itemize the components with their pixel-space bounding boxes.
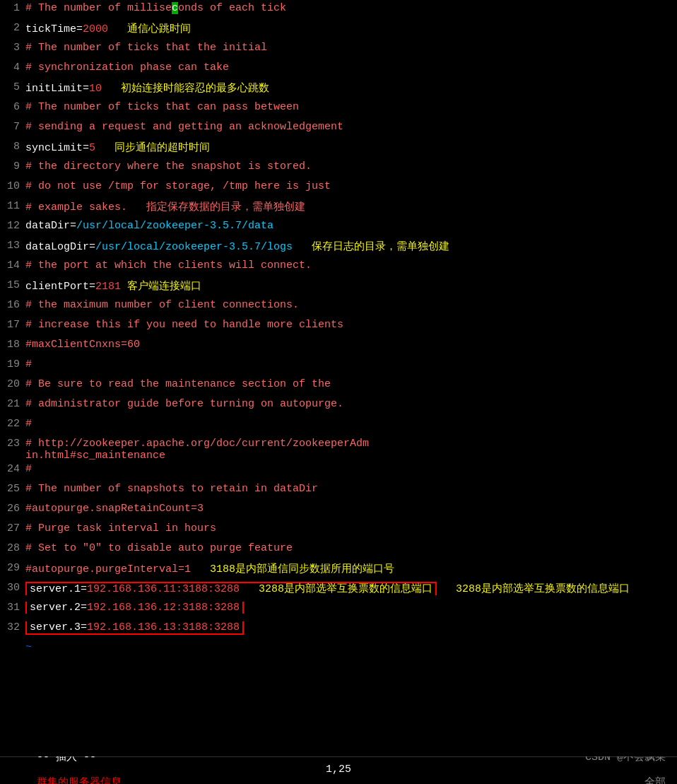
line-number: 31 (0, 602, 25, 614)
line-4: 4# synchronization phase can take (0, 61, 677, 81)
line-number: 20 (0, 378, 25, 390)
line-content: # (25, 463, 677, 475)
line-content: # the maximum number of client connectio… (25, 299, 677, 311)
line-content: # the port at which the clients will con… (25, 259, 677, 271)
line-number: 13 (0, 240, 25, 252)
line-31: 31server.2=192.168.136.12:3188:3288 (0, 601, 677, 621)
line-number: 16 (0, 299, 25, 311)
line-content: # increase this if you need to handle mo… (25, 319, 677, 331)
line-number: 25 (0, 483, 25, 495)
line-number: 10 (0, 180, 25, 192)
line-number: 3 (0, 42, 25, 54)
line-content: #autopurge.snapRetainCount=3 (25, 503, 677, 515)
line-number: 23 (0, 438, 25, 450)
line-17: 17# increase this if you need to handle … (0, 318, 677, 338)
line-number: 14 (0, 259, 25, 271)
line-30: 30server.1=192.168.136.11:3188:3288 3288… (0, 581, 677, 601)
line-content: server.3=192.168.136.13:3188:3288 (25, 621, 677, 633)
line-content: # the directory where the snapshot is st… (25, 160, 677, 172)
line-6: 6# The number of ticks that can pass bet… (0, 100, 677, 120)
line-number: 15 (0, 279, 25, 291)
tilde-line: ~ (0, 640, 677, 660)
line-7: 7# sending a request and getting an ackn… (0, 120, 677, 140)
line-number: 11 (0, 200, 25, 212)
boxed-content: server.3=192.168.136.13:3188:3288 (25, 621, 244, 635)
line-number: 5 (0, 81, 25, 93)
line-11: 11# example sakes. 指定保存数据的目录，需单独创建 (0, 199, 677, 219)
line-18: 18#maxClientCnxns=60 (0, 338, 677, 358)
line-content: #maxClientCnxns=60 (25, 339, 677, 351)
line-number: 6 (0, 101, 25, 113)
code-editor: 1# The number of milliseconds of each ti… (0, 0, 677, 756)
line-3: 3# The number of ticks that the initial (0, 41, 677, 61)
line-number: 18 (0, 339, 25, 351)
line-content: # http://zookeeper.apache.org/doc/curren… (25, 438, 677, 462)
line-number: 7 (0, 121, 25, 133)
line-20: 20# Be sure to read the maintenance sect… (0, 378, 677, 397)
line-15: 15clientPort=2181 客户端连接端口 (0, 279, 677, 298)
line-23: 23# http://zookeeper.apache.org/doc/curr… (0, 437, 677, 462)
line-22: 22# (0, 417, 677, 437)
line-content: # The number of milliseconds of each tic… (25, 2, 677, 14)
line-content: # example sakes. 指定保存数据的目录，需单独创建 (25, 200, 677, 213)
line-content: # The number of ticks that can pass betw… (25, 101, 677, 113)
line-content: server.2=192.168.136.12:3188:3288 (25, 602, 677, 614)
line-content: dataDir=/usr/local/zookeeper-3.5.7/data (25, 220, 677, 232)
line-number: 27 (0, 522, 25, 534)
line-number: 4 (0, 62, 25, 74)
line-number: 12 (0, 220, 25, 232)
line-content: server.1=192.168.136.11:3188:3288 3288是内… (25, 582, 677, 595)
line-number: 8 (0, 141, 25, 153)
line-content: # Purge task interval in hours (25, 522, 677, 534)
line-number: 30 (0, 582, 25, 594)
line-number: 2 (0, 22, 25, 34)
line-content: # administrator guide before turning on … (25, 398, 677, 410)
statusbar: -- 插入 -- 群集的服务器信息 1,25 CSDN @不会飘菜 全部 (0, 756, 677, 782)
line-number: 22 (0, 418, 25, 430)
line-content: # The number of snapshots to retain in d… (25, 483, 677, 495)
line-content: # (25, 358, 677, 370)
line-content: # (25, 418, 677, 430)
line-13: 13dataLogDir=/usr/local/zookeeper-3.5.7/… (0, 239, 677, 259)
line-content: initLimit=10 初始连接时能容忍的最多心跳数 (25, 81, 677, 95)
line-number: 17 (0, 319, 25, 331)
line-content: syncLimit=5 同步通信的超时时间 (25, 141, 677, 154)
boxed-content: server.2=192.168.136.12:3188:3288 (25, 602, 244, 614)
line-content: tickTime=2000 通信心跳时间 (25, 22, 677, 35)
line-number: 32 (0, 621, 25, 633)
line-1: 1# The number of milliseconds of each ti… (0, 1, 677, 21)
line-28: 28# Set to "0" to disable auto purge fea… (0, 542, 677, 561)
line-19: 19# (0, 358, 677, 378)
status-position: 1,25 (230, 763, 448, 776)
line-21: 21# administrator guide before turning o… (0, 397, 677, 417)
line-24: 24# (0, 462, 677, 482)
line-12: 12dataDir=/usr/local/zookeeper-3.5.7/dat… (0, 219, 677, 239)
line-number: 29 (0, 562, 25, 574)
line-content: dataLogDir=/usr/local/zookeeper-3.5.7/lo… (25, 240, 677, 253)
line-number: 19 (0, 358, 25, 370)
line-2: 2tickTime=2000 通信心跳时间 (0, 21, 677, 41)
line-content: #autopurge.purgeInterval=1 3188是内部通信同步数据… (25, 562, 677, 575)
line-content: # synchronization phase can take (25, 62, 677, 74)
line-26: 26#autopurge.snapRetainCount=3 (0, 502, 677, 522)
line-32: 32server.3=192.168.136.13:3188:3288 (0, 621, 677, 640)
line-8: 8syncLimit=5 同步通信的超时时间 (0, 140, 677, 160)
line-14: 14# the port at which the clients will c… (0, 259, 677, 279)
line-29: 29#autopurge.purgeInterval=1 3188是内部通信同步… (0, 561, 677, 581)
line-16: 16# the maximum number of client connect… (0, 298, 677, 318)
boxed-content: server.1=192.168.136.11:3188:3288 3288是内… (25, 582, 437, 595)
line-content: # do not use /tmp for storage, /tmp here… (25, 180, 677, 192)
line-9: 9# the directory where the snapshot is s… (0, 160, 677, 180)
line-content: clientPort=2181 客户端连接端口 (25, 279, 677, 293)
line-25: 25# The number of snapshots to retain in… (0, 482, 677, 502)
line-number: 28 (0, 542, 25, 554)
line-content: # Set to "0" to disable auto purge featu… (25, 542, 677, 554)
line-content: # The number of ticks that the initial (25, 42, 677, 54)
line-number: 21 (0, 398, 25, 410)
line-5: 5initLimit=10 初始连接时能容忍的最多心跳数 (0, 81, 677, 100)
line-number: 9 (0, 160, 25, 172)
line-number: 1 (0, 2, 25, 14)
line-number: 26 (0, 503, 25, 515)
line-27: 27# Purge task interval in hours (0, 522, 677, 542)
line-number: 24 (0, 463, 25, 475)
